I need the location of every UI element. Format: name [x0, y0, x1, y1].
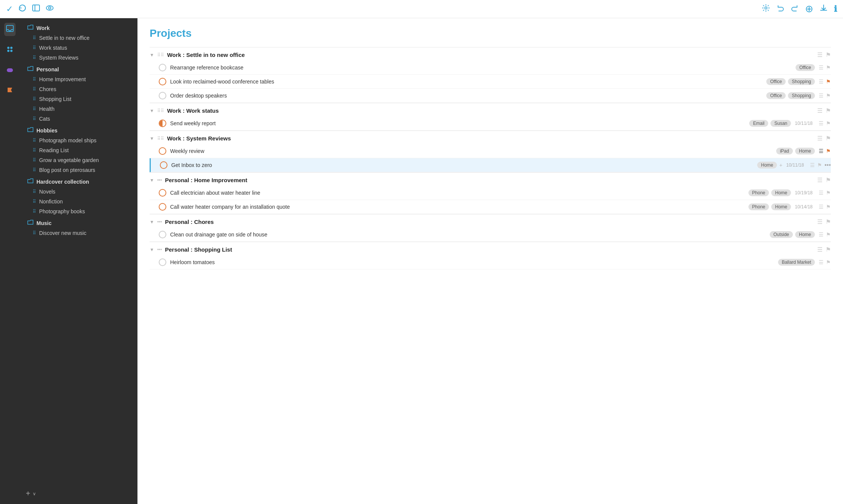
sidebar-item-photograph[interactable]: ⠿ Photograph model ships: [21, 135, 136, 145]
flag-icon[interactable]: ⚑: [826, 232, 831, 238]
strip-tag[interactable]: [4, 65, 16, 78]
collapse-icon[interactable]: ▼: [150, 219, 154, 225]
sidebar-toggle-icon[interactable]: [32, 4, 40, 14]
note-icon[interactable]: ☰: [817, 176, 822, 184]
flag-icon[interactable]: ⚑: [817, 162, 822, 168]
flag-icon[interactable]: ⚑: [826, 246, 831, 253]
note-icon[interactable]: ☰: [819, 65, 824, 71]
note-icon[interactable]: ☰: [819, 148, 824, 154]
note-icon[interactable]: ☰: [819, 93, 824, 99]
sidebar-item-blogpost[interactable]: ⠿ Blog post on pterosaurs: [21, 165, 136, 175]
note-icon[interactable]: ☰: [819, 190, 824, 196]
sidebar-item-settle[interactable]: ⠿ Settle in to new office: [21, 33, 136, 43]
sidebar-item-cats[interactable]: ⠿ Cats: [21, 114, 136, 124]
tag-home[interactable]: Home: [771, 189, 791, 196]
strip-grid[interactable]: [4, 44, 16, 57]
task-circle[interactable]: [159, 147, 166, 155]
sidebar-item-discovermusic[interactable]: ⠿ Discover new music: [21, 228, 136, 238]
collapse-icon[interactable]: ▼: [150, 108, 154, 113]
sidebar-group-personal[interactable]: Personal: [21, 64, 136, 74]
tag-ballardmarket[interactable]: Ballard Market: [778, 259, 815, 266]
flag-icon[interactable]: ⚑: [826, 120, 831, 126]
flag-icon[interactable]: ⚑: [826, 65, 831, 71]
flag-icon[interactable]: ⚑: [826, 79, 831, 85]
sidebar-item-garden[interactable]: ⠿ Grow a vegetable garden: [21, 155, 136, 165]
flag-icon[interactable]: ⚑: [826, 107, 831, 114]
task-row[interactable]: Order desktop speakers Office Shopping ☰…: [150, 89, 831, 103]
tag-email[interactable]: Email: [749, 120, 768, 127]
sidebar-item-workstatus[interactable]: ⠿ Work status: [21, 43, 136, 53]
note-icon[interactable]: ☰: [819, 259, 824, 265]
redo-icon[interactable]: [791, 4, 799, 14]
flag-icon[interactable]: ⚑: [826, 93, 831, 99]
sidebar-group-work[interactable]: Work: [21, 23, 136, 33]
tag-home[interactable]: Home: [795, 148, 815, 154]
task-circle[interactable]: [160, 161, 167, 169]
task-row[interactable]: Call electrician about water heater line…: [150, 186, 831, 200]
task-row[interactable]: Look into reclaimed-wood conference tabl…: [150, 75, 831, 89]
tag-office[interactable]: Office: [796, 64, 815, 71]
note-icon[interactable]: ☰: [817, 218, 822, 225]
sidebar-item-homeimprovement[interactable]: ⠿ Home Improvement: [21, 74, 136, 84]
note-icon[interactable]: ☰: [810, 162, 815, 168]
flag-icon[interactable]: ⚑: [826, 259, 831, 265]
task-row[interactable]: Clean out drainage gate on side of house…: [150, 228, 831, 242]
strip-inbox[interactable]: [4, 23, 16, 36]
task-row-highlighted[interactable]: Get Inbox to zero Home + 10/11/18 ☰ ⚑ ••…: [150, 158, 831, 172]
tag-phone[interactable]: Phone: [748, 203, 769, 210]
tag-outside[interactable]: Outside: [770, 231, 793, 238]
note-icon[interactable]: ☰: [819, 79, 824, 85]
sidebar-item-readinglist[interactable]: ⠿ Reading List: [21, 145, 136, 155]
tag-add-button[interactable]: +: [779, 162, 782, 168]
task-circle[interactable]: [159, 120, 166, 127]
collapse-icon[interactable]: ▼: [150, 136, 154, 141]
add-icon[interactable]: ⊕: [805, 3, 813, 15]
note-icon[interactable]: ☰: [819, 232, 824, 238]
flag-icon[interactable]: ⚑: [826, 218, 831, 225]
note-icon[interactable]: ☰: [817, 135, 822, 142]
task-circle[interactable]: [159, 64, 166, 71]
note-icon[interactable]: ☰: [817, 51, 822, 58]
note-icon[interactable]: ☰: [817, 107, 822, 114]
download-icon[interactable]: [819, 4, 828, 14]
sidebar-item-photographybooks[interactable]: ⠿ Photography books: [21, 206, 136, 216]
tag-home[interactable]: Home: [771, 203, 791, 210]
flag-icon[interactable]: ⚑: [826, 176, 831, 184]
tag-office[interactable]: Office: [766, 92, 786, 99]
info-icon[interactable]: ℹ: [834, 4, 837, 14]
sidebar-item-health[interactable]: ⠿ Health: [21, 104, 136, 114]
task-circle[interactable]: [159, 231, 166, 238]
settings-icon[interactable]: [762, 4, 770, 14]
sidebar-item-novels[interactable]: ⠿ Novels: [21, 187, 136, 197]
sidebar-group-hardcover[interactable]: Hardcover collection: [21, 176, 136, 187]
tag-home[interactable]: Home: [757, 162, 777, 169]
flag-icon[interactable]: ⚑: [826, 135, 831, 142]
task-circle[interactable]: [159, 189, 166, 197]
sidebar-item-shoppinglist[interactable]: ⠿ Shopping List: [21, 94, 136, 104]
tag-ipad[interactable]: iPad: [776, 148, 793, 154]
task-circle[interactable]: [159, 78, 166, 85]
sidebar-add-button[interactable]: + ∨: [20, 486, 137, 501]
strip-flag[interactable]: [5, 85, 15, 99]
note-icon[interactable]: ☰: [819, 120, 824, 126]
flag-icon[interactable]: ⚑: [826, 51, 831, 58]
tag-phone[interactable]: Phone: [748, 189, 769, 196]
sidebar-group-music[interactable]: Music: [21, 218, 136, 228]
task-circle[interactable]: [159, 203, 166, 211]
note-icon[interactable]: ☰: [817, 246, 822, 253]
sidebar-item-nonfiction[interactable]: ⠿ Nonfiction: [21, 197, 136, 206]
tag-home[interactable]: Home: [795, 231, 815, 238]
collapse-icon[interactable]: ▼: [150, 52, 154, 58]
flag-icon[interactable]: ⚑: [826, 148, 831, 154]
task-circle[interactable]: [159, 92, 166, 99]
task-row[interactable]: Call water heater company for an install…: [150, 200, 831, 214]
tag-susan[interactable]: Susan: [770, 120, 791, 127]
refresh-icon[interactable]: [18, 4, 27, 14]
sidebar-item-chores[interactable]: ⠿ Chores: [21, 84, 136, 94]
note-icon[interactable]: ☰: [819, 204, 824, 210]
tag-office[interactable]: Office: [766, 78, 786, 85]
collapse-icon[interactable]: ▼: [150, 247, 154, 252]
task-row[interactable]: Weekly review iPad Home ☰ ⚑: [150, 144, 831, 158]
more-icon[interactable]: •••: [824, 162, 831, 169]
tag-shopping[interactable]: Shopping: [788, 92, 815, 99]
